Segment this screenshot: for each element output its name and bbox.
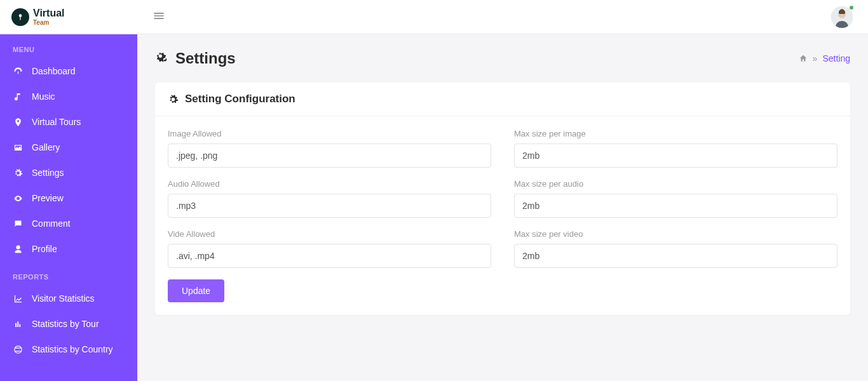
sidebar-item-label: Preview (32, 193, 64, 203)
home-icon (799, 54, 808, 63)
sidebar-item-label: Statistics by Country (32, 344, 113, 354)
sidebar-section-menu-title: MENU (0, 34, 137, 58)
card-header: Setting Configuration (155, 83, 850, 116)
content: Settings » Setting Setting Configuration (137, 34, 868, 381)
cogs-icon (155, 51, 169, 65)
status-dot-icon (849, 5, 854, 10)
breadcrumb: » Setting (799, 53, 850, 64)
video-allowed-input[interactable] (168, 244, 491, 268)
music-icon (13, 92, 23, 102)
sidebar-item-label: Music (32, 91, 55, 102)
sidebar-item-label: Statistics by Tour (32, 319, 99, 329)
max-video-input[interactable] (514, 244, 837, 268)
update-button[interactable]: Update (168, 279, 224, 302)
audio-allowed-label: Audio Allowed (168, 179, 491, 189)
gear-icon (168, 94, 179, 105)
user-icon (13, 244, 23, 254)
sidebar-item-settings[interactable]: Settings (0, 160, 137, 185)
sidebar-item-label: Virtual Tours (32, 117, 81, 127)
sidebar: Virtual Team MENU Dashboard Music Virtua… (0, 0, 137, 381)
comments-icon (13, 219, 23, 229)
max-image-input[interactable] (514, 144, 837, 168)
dashboard-icon (13, 67, 23, 76)
map-marker-icon (13, 117, 23, 127)
breadcrumb-home[interactable] (799, 54, 808, 63)
image-allowed-input[interactable] (168, 144, 491, 168)
max-video-label: Max size per video (514, 229, 837, 239)
page-title: Settings (155, 50, 236, 67)
settings-card: Setting Configuration Image Allowed Max … (155, 83, 850, 315)
image-allowed-label: Image Allowed (168, 129, 491, 138)
sidebar-item-statistics-by-country[interactable]: Statistics by Country (0, 337, 137, 362)
sidebar-item-gallery[interactable]: Gallery (0, 135, 137, 160)
globe-icon (13, 345, 23, 354)
page-title-text: Settings (175, 50, 236, 67)
sidebar-item-dashboard[interactable]: Dashboard (0, 58, 137, 84)
card-body: Image Allowed Max size per image Audio A… (155, 116, 850, 315)
audio-allowed-input[interactable] (168, 194, 491, 218)
image-icon (13, 143, 23, 152)
max-image-label: Max size per image (514, 129, 837, 138)
sidebar-item-label: Visitor Statistics (32, 293, 95, 304)
topbar (137, 0, 868, 34)
card-title: Setting Configuration (185, 93, 295, 105)
sidebar-item-visitor-statistics[interactable]: Visitor Statistics (0, 286, 137, 311)
max-audio-label: Max size per audio (514, 179, 837, 189)
video-allowed-label: Vide Allowed (168, 229, 491, 239)
svg-rect-1 (20, 17, 20, 20)
sidebar-item-label: Dashboard (32, 66, 76, 76)
sidebar-item-label: Profile (32, 244, 57, 254)
sidebar-section-reports-title: REPORTS (0, 262, 137, 286)
sidebar-item-virtual-tours[interactable]: Virtual Tours (0, 109, 137, 135)
max-audio-input[interactable] (514, 194, 837, 218)
cogs-icon (13, 168, 23, 178)
svg-point-0 (19, 14, 22, 17)
logo-text: Virtual (33, 8, 65, 18)
hamburger-icon (153, 10, 165, 22)
eye-icon (13, 194, 23, 203)
sidebar-item-label: Settings (32, 168, 64, 178)
sidebar-item-label: Comment (32, 218, 71, 229)
logo-subtext: Team (33, 19, 65, 26)
sidebar-item-music[interactable]: Music (0, 84, 137, 109)
main-area: Settings » Setting Setting Configuration (137, 0, 868, 381)
menu-toggle-button[interactable] (153, 10, 165, 25)
user-menu[interactable] (831, 6, 853, 28)
sidebar-item-profile[interactable]: Profile (0, 236, 137, 262)
sidebar-item-label: Gallery (32, 142, 60, 152)
page-header: Settings » Setting (155, 50, 850, 67)
breadcrumb-current: Setting (822, 53, 850, 64)
sidebar-item-statistics-by-tour[interactable]: Statistics by Tour (0, 311, 137, 337)
sidebar-item-comment[interactable]: Comment (0, 211, 137, 236)
chart-line-icon (13, 294, 23, 304)
breadcrumb-separator: » (813, 53, 818, 64)
logo-mark-icon (11, 8, 29, 26)
logo[interactable]: Virtual Team (0, 0, 137, 34)
chart-bar-icon (13, 319, 23, 329)
sidebar-item-preview[interactable]: Preview (0, 185, 137, 211)
